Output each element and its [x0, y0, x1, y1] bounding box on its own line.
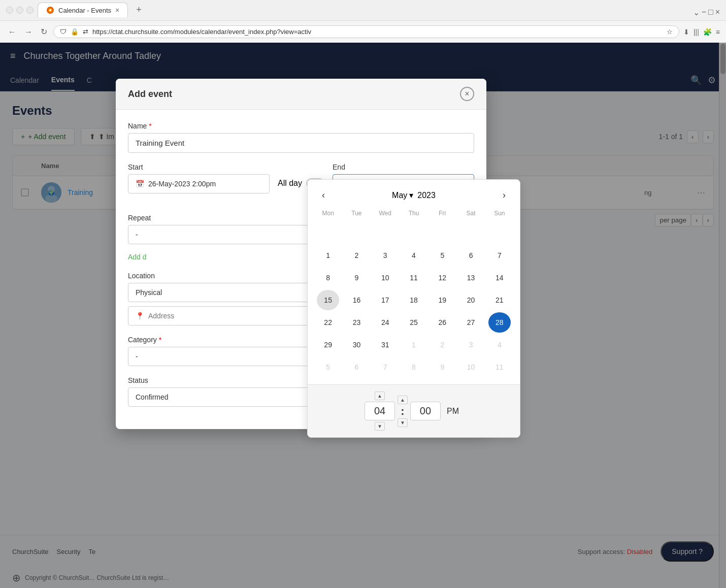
back-button[interactable]: ← [6, 25, 18, 39]
bookmark-icon[interactable]: ☆ [667, 28, 673, 36]
cal-prev-month-btn[interactable]: ‹ [318, 188, 329, 203]
cal-day-3[interactable]: 3 [374, 245, 397, 266]
cal-day-18[interactable]: 18 [403, 290, 425, 310]
cal-day-16[interactable]: 16 [345, 290, 368, 310]
cal-day-nm3: 3 [460, 335, 482, 355]
window-maximize-btn[interactable]: □ [26, 7, 34, 14]
cal-day-5[interactable]: 5 [431, 245, 453, 266]
cal-day-23[interactable]: 23 [345, 312, 368, 333]
calendar-grid: Mon Tue Wed Thu Fri Sat Sun 1 2 3 4 5 6 … [308, 207, 520, 384]
name-label: Name * [128, 122, 474, 130]
add-dates-link[interactable]: Add d [128, 253, 147, 261]
modal-close-button[interactable]: × [460, 87, 474, 101]
cal-day-4[interactable]: 4 [403, 245, 425, 266]
cal-day-28[interactable]: 28 [488, 312, 511, 333]
cal-day-6[interactable]: 6 [460, 245, 482, 266]
hour-picker: ▲ 04 ▼ [365, 391, 395, 431]
tab-arrow-max[interactable]: □ [708, 8, 713, 17]
cal-day-24[interactable]: 24 [374, 312, 397, 333]
minute-value[interactable]: 00 [410, 402, 441, 420]
active-tab[interactable]: Calendar - Events × [38, 3, 128, 17]
cal-day-21[interactable]: 21 [488, 290, 511, 310]
cal-day-nm7: 7 [374, 357, 397, 377]
cal-day-31[interactable]: 31 [374, 335, 397, 355]
hour-value[interactable]: 04 [365, 402, 395, 420]
minute-picker: 00 [410, 402, 441, 420]
name-field-group: Name * [128, 122, 474, 153]
cal-month-dropdown[interactable]: May ▾ [392, 190, 413, 200]
cal-day [317, 223, 339, 243]
category-required: * [159, 336, 161, 344]
cal-day [345, 223, 368, 243]
tracking-icon: ⇄ [83, 28, 88, 36]
cal-day-12[interactable]: 12 [431, 268, 453, 288]
cal-day-2[interactable]: 2 [345, 245, 368, 266]
cal-day-10[interactable]: 10 [374, 268, 397, 288]
cal-day-nm4: 4 [488, 335, 511, 355]
cal-day-14[interactable]: 14 [488, 268, 511, 288]
cal-day-11[interactable]: 11 [403, 268, 425, 288]
cal-day-25[interactable]: 25 [403, 312, 425, 333]
firefox-icon [46, 6, 54, 14]
tab-close-window[interactable]: × [715, 8, 720, 17]
cal-day-13[interactable]: 13 [460, 268, 482, 288]
location-value: Physical [136, 288, 162, 297]
url-text: https://ctat.churchsuite.com/modules/cal… [92, 28, 663, 36]
weekday-tue: Tue [342, 207, 371, 220]
cal-day-8[interactable]: 8 [317, 268, 339, 288]
cal-day-29[interactable]: 29 [317, 335, 339, 355]
cal-day-7[interactable]: 7 [488, 245, 511, 266]
cal-day-20[interactable]: 20 [460, 290, 482, 310]
address-bar[interactable]: 🛡 🔒 ⇄ https://ctat.churchsuite.com/modul… [53, 25, 679, 38]
modal-header: Add event × [116, 79, 486, 110]
tab-close-btn[interactable]: × [115, 6, 119, 14]
cal-day-nm5: 5 [317, 357, 339, 377]
browser-traffic: × − □ [6, 7, 34, 14]
start-date-input[interactable]: 📅 26-May-2023 2:00pm [128, 174, 270, 193]
start-label: Start [128, 163, 270, 171]
cal-next-month-btn[interactable]: › [499, 188, 510, 203]
location-pin-icon: 📍 [136, 312, 144, 320]
cal-day-26[interactable]: 26 [431, 312, 453, 333]
cal-day-17[interactable]: 17 [374, 290, 397, 310]
time-colon: : [399, 405, 406, 418]
time-down-btn[interactable]: ▼ [398, 418, 408, 427]
new-tab-button[interactable]: + [132, 3, 146, 17]
cal-day-1[interactable]: 1 [317, 245, 339, 266]
refresh-button[interactable]: ↻ [39, 25, 49, 39]
cal-day-22[interactable]: 22 [317, 312, 339, 333]
month-dropdown-icon: ▾ [409, 190, 413, 200]
cal-day-9[interactable]: 9 [345, 268, 368, 288]
window-minimize-btn[interactable]: − [16, 7, 23, 14]
pocket-icon[interactable]: ⬇ [683, 28, 689, 36]
lock-icon: 🔒 [71, 28, 79, 36]
cal-day-nm11: 11 [488, 357, 511, 377]
calendar-days: 1 2 3 4 5 6 7 8 9 10 11 12 13 14 15 16 1… [314, 222, 514, 378]
browser-tabs: Calendar - Events × + ⌄ − □ × [38, 3, 720, 17]
time-up-btn[interactable]: ▲ [398, 396, 408, 404]
menu-icon[interactable]: ≡ [716, 28, 720, 36]
browser-nav: ← → ↻ 🛡 🔒 ⇄ https://ctat.churchsuite.com… [0, 20, 726, 43]
tab-arrow-right[interactable]: − [702, 8, 706, 17]
cal-day-nm2: 2 [431, 335, 453, 355]
window-close-btn[interactable]: × [6, 7, 13, 14]
extensions-icon[interactable]: 🧩 [703, 28, 712, 36]
hour-up-btn[interactable]: ▲ [375, 391, 385, 400]
ampm-toggle[interactable]: PM [443, 407, 463, 416]
hour-down-btn[interactable]: ▼ [375, 422, 385, 431]
name-input[interactable] [128, 133, 474, 153]
cal-month-label: May [392, 191, 407, 200]
browser-chrome: × − □ Calendar - Events × + ⌄ − □ × [0, 0, 726, 43]
date-picker-popup: ‹ May ▾ 2023 › Mon Tue Wed Thu Fri Sat S… [307, 179, 520, 438]
tab-scroll-arrows: ⌄ − □ × [693, 8, 720, 17]
history-icon[interactable]: ||| [694, 28, 699, 36]
cal-day-30[interactable]: 30 [345, 335, 368, 355]
start-date-group: Start 📅 26-May-2023 2:00pm [128, 163, 270, 193]
weekday-thu: Thu [400, 207, 428, 220]
cal-day-27[interactable]: 27 [460, 312, 482, 333]
cal-day-15[interactable]: 15 [317, 290, 339, 310]
forward-button[interactable]: → [22, 25, 35, 39]
time-picker: ▲ 04 ▼ ▲ : ▼ 00 PM [308, 384, 520, 437]
cal-day-19[interactable]: 19 [431, 290, 453, 310]
tab-arrow-left[interactable]: ⌄ [693, 8, 700, 17]
